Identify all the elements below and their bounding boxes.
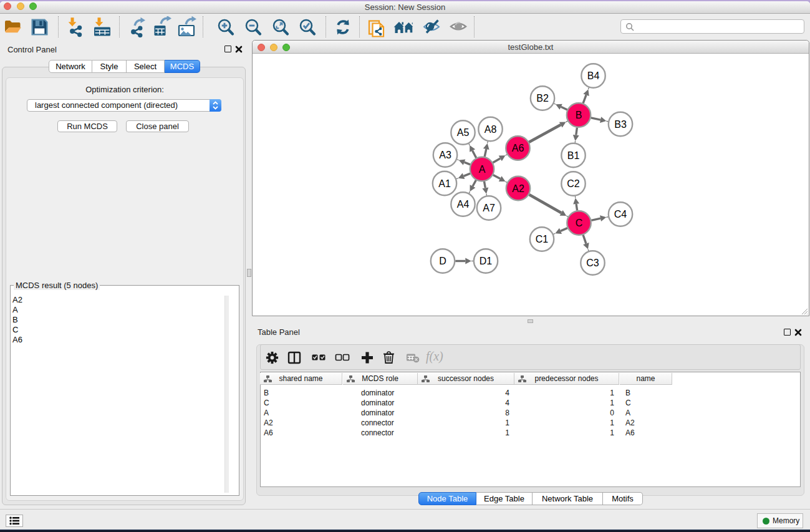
svg-text:D: D [439, 256, 446, 266]
svg-text:C1: C1 [536, 234, 549, 244]
svg-text:C3: C3 [586, 258, 599, 268]
svg-text:D1: D1 [480, 256, 493, 266]
svg-text:B: B [576, 110, 582, 120]
svg-text:A8: A8 [485, 124, 497, 135]
svg-text:A: A [479, 164, 486, 175]
svg-text:A3: A3 [439, 150, 451, 160]
svg-text:B4: B4 [587, 70, 600, 81]
svg-text:B3: B3 [614, 119, 627, 130]
svg-text:B2: B2 [536, 93, 549, 104]
svg-text:C2: C2 [567, 178, 580, 189]
svg-text:A5: A5 [457, 127, 470, 138]
svg-text:A2: A2 [512, 183, 524, 194]
svg-text:A7: A7 [483, 203, 495, 213]
svg-text:C: C [576, 218, 583, 228]
svg-text:C4: C4 [614, 209, 627, 220]
svg-text:A1: A1 [438, 178, 451, 189]
svg-text:B1: B1 [567, 150, 580, 161]
svg-text:A4: A4 [457, 199, 470, 210]
svg-text:A6: A6 [512, 143, 524, 153]
